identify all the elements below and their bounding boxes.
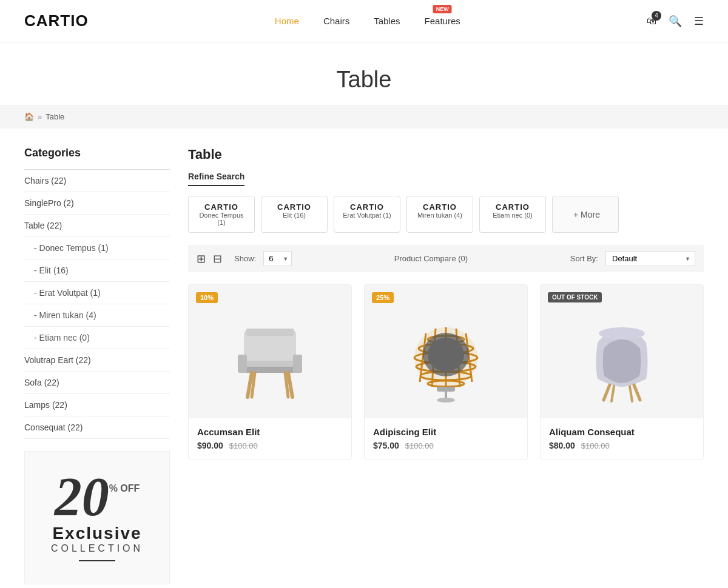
sidebar-item-singlepro[interactable]: SinglePro (2) [24,192,170,215]
product-info-1: Adipiscing Elit $75.00 $100.00 [365,418,527,459]
filter-card-brand-0: CARTIO [195,202,248,212]
nav-chairs[interactable]: Chairs [323,16,349,26]
filter-card-brand-1: CARTIO [268,202,321,212]
main-layout: Categories Chairs (22) SinglePro (2) Tab… [0,129,728,588]
sidebar-category-list: Chairs (22) SinglePro (2) Table (22) - D… [24,169,170,439]
filter-cards: CARTIO Donec Tempus (1) CARTIO Elit (16)… [188,196,704,233]
nav-home[interactable]: Home [275,16,299,26]
filter-card-4[interactable]: CARTIO Etiam nec (0) [479,196,546,233]
promo-line [79,560,115,561]
header: CARTIO Home Chairs Tables NEW Features 🛍… [0,0,728,42]
refine-search-tab[interactable]: Refine Search [188,172,244,186]
product-img-wrap-0: 10% [189,285,351,418]
filter-card-0[interactable]: CARTIO Donec Tempus (1) [188,196,255,233]
sidebar-item-miren-tukan[interactable]: - Miren tukan (4) [24,304,170,327]
filter-card-brand-3: CARTIO [413,202,467,212]
grid-icon[interactable]: ⊟ [213,252,222,266]
sidebar-item-erat-volutpat[interactable]: - Erat Volutpat (1) [24,282,170,304]
cart-icon-wrap[interactable]: 🛍 4 [647,16,656,27]
svg-point-26 [437,398,455,403]
page-title: Table [0,67,728,93]
svg-rect-3 [246,329,294,336]
svg-rect-24 [437,387,455,392]
product-card-1[interactable]: 25% [364,284,528,459]
price-old-2: $100.00 [581,441,610,450]
show-wrapper: 6 12 24 [263,251,292,266]
filter-card-label-4: Etiam nec (0) [486,212,539,219]
filter-card-label-3: Miren tukan (4) [413,212,467,219]
logo[interactable]: CARTIO [24,12,89,30]
show-select[interactable]: 6 12 24 [263,251,292,266]
svg-line-31 [630,386,632,401]
product-grid: 10% [188,284,704,459]
product-info-2: Aliquam Consequat $80.00 $100.00 [541,418,703,459]
sort-label: Sort By: [570,254,598,263]
breadcrumb-separator: » [38,112,42,121]
price-old-1: $100.00 [405,441,434,450]
breadcrumb: 🏠 » Table [0,105,728,129]
product-image-0 [224,297,315,406]
filter-card-2[interactable]: CARTIO Erat Volutpat (1) [334,196,400,233]
promo-percent-off: % OFF [109,484,140,493]
promo-exclusive: Exclusive [52,524,141,543]
svg-rect-4 [238,355,247,373]
promo-collection: COLLECTION [51,543,143,554]
filter-card-label-2: Erat Volutpat (1) [340,212,394,219]
main-nav: Home Chairs Tables NEW Features [275,16,460,26]
grid-list-icon[interactable]: ⊞ [197,252,206,266]
svg-line-28 [604,385,610,400]
cart-badge: 4 [652,11,661,21]
header-icons: 🛍 4 🔍 ☰ [647,15,704,28]
product-img-wrap-2: OUT OF STOCK [541,285,703,418]
price-old-0: $100.00 [229,441,258,450]
content-area: Table Refine Search CARTIO Donec Tempus … [188,147,704,584]
sidebar-item-consequat[interactable]: Consequat (22) [24,416,170,439]
product-img-wrap-1: 25% [365,285,527,418]
filter-card-label-0: Donec Tempus (1) [195,212,248,226]
new-badge: NEW [433,5,452,13]
sort-select[interactable]: Default Price: Low to High Price: High t… [605,251,695,266]
filter-card-brand-2: CARTIO [340,202,394,212]
product-name-1: Adipiscing Elit [373,427,519,437]
product-image-1 [400,297,491,406]
page-hero: Table [0,42,728,105]
compare-text[interactable]: Product Compare (0) [299,254,563,263]
nav-tables[interactable]: Tables [374,16,400,26]
product-name-2: Aliquam Consequat [549,427,695,437]
sidebar-item-sofa[interactable]: Sofa (22) [24,372,170,394]
svg-line-29 [634,385,640,400]
more-label: + More [573,210,600,219]
product-card-0[interactable]: 10% [188,284,352,459]
product-card-2[interactable]: OUT OF STOCK [540,284,704,459]
search-icon[interactable]: 🔍 [669,15,682,28]
sidebar-item-chairs[interactable]: Chairs (22) [24,170,170,192]
sidebar-item-table[interactable]: Table (22) [24,215,170,237]
price-current-1: $75.00 [373,441,399,450]
product-badge-0: 10% [196,292,218,303]
price-current-2: $80.00 [549,441,575,450]
svg-point-27 [599,327,645,339]
product-prices-0: $90.00 $100.00 [197,441,343,450]
price-current-0: $90.00 [197,441,223,450]
sidebar-item-donec-tempus[interactable]: - Donec Tempus (1) [24,237,170,259]
product-info-0: Accumsan Elit $90.00 $100.00 [189,418,351,459]
sidebar-item-volutrap-eart[interactable]: Volutrap Eart (22) [24,349,170,372]
sidebar-item-etiam-nec[interactable]: - Etiam nec (0) [24,327,170,349]
menu-icon[interactable]: ☰ [694,15,704,28]
product-image-2 [576,297,667,406]
sidebar-item-elit[interactable]: - Elit (16) [24,259,170,282]
product-badge-2: OUT OF STOCK [548,292,602,302]
show-label: Show: [234,254,256,263]
svg-point-23 [428,338,464,372]
product-prices-2: $80.00 $100.00 [549,441,695,450]
filter-card-3[interactable]: CARTIO Miren tukan (4) [406,196,473,233]
sidebar: Categories Chairs (22) SinglePro (2) Tab… [24,147,170,584]
product-prices-1: $75.00 $100.00 [373,441,519,450]
svg-line-30 [612,386,614,401]
filter-card-1[interactable]: CARTIO Elit (16) [261,196,328,233]
nav-features[interactable]: NEW Features [425,16,460,26]
toolbar: ⊞ ⊟ Show: 6 12 24 Product Compare (0) So… [188,245,704,272]
breadcrumb-home-icon[interactable]: 🏠 [24,112,34,121]
sidebar-item-lamps[interactable]: Lamps (22) [24,394,170,416]
filter-card-more[interactable]: + More [552,196,619,233]
